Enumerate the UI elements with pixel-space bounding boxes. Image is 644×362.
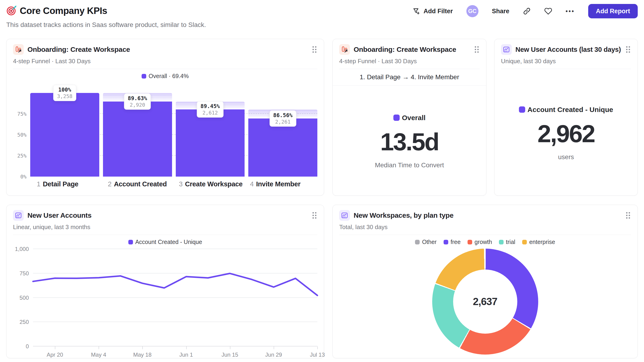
funnel-step-label: 2Account Created xyxy=(108,180,175,188)
funnel-bar-tooltip: 86.56%2,261 xyxy=(270,110,296,127)
legend-label: free xyxy=(450,239,460,245)
line-y-axis: 02505007501,000 xyxy=(13,249,33,347)
legend-swatch xyxy=(519,106,525,113)
funnel-bar-tooltip: 100%3,258 xyxy=(53,85,76,101)
card-onboarding-funnel: Onboarding: Create Workspace 4-step Funn… xyxy=(6,39,324,196)
line-y-tick-label: 0 xyxy=(26,343,29,350)
card-title: New User Accounts xyxy=(28,211,308,219)
donut-hole: 2,637 xyxy=(453,270,517,334)
card-new-workspaces-donut: New Workspaces, by plan type Total, last… xyxy=(332,205,638,358)
funnel-step-label: 3Create Workspace xyxy=(179,180,246,188)
drag-handle-icon[interactable] xyxy=(625,45,631,54)
toolbar: Add Filter GC Share ••• Add Report xyxy=(412,4,638,18)
more-options-button[interactable]: ••• xyxy=(566,8,575,15)
add-filter-button[interactable]: Add Filter xyxy=(412,7,453,15)
card-subtitle: 4-step Funnel · Last 30 Days xyxy=(339,58,480,65)
x-tick-label: Jun 15 xyxy=(222,352,238,358)
legend-label: trial xyxy=(506,239,515,245)
line-y-tick-label: 250 xyxy=(20,319,29,325)
funnel-y-tick-label: 0% xyxy=(20,174,27,180)
funnel-y-tick-label: 25% xyxy=(17,153,26,159)
legend-label: Account Created - Unique xyxy=(135,239,202,245)
page-title: Core Company KPIs xyxy=(20,5,107,16)
card-title: Onboarding: Create Workspace xyxy=(28,45,308,53)
card-header: New User Accounts Linear, unique, last 3… xyxy=(6,205,324,235)
donut-chart[interactable]: 2,637 xyxy=(432,249,538,355)
legend-label: Overall xyxy=(402,114,426,122)
funnel-bar[interactable]: 89.63%2,920 xyxy=(103,93,172,177)
line-y-tick-label: 750 xyxy=(20,270,29,277)
funnel-bar[interactable]: 86.56%2,261 xyxy=(248,93,317,177)
x-tick xyxy=(317,347,318,349)
legend-item-trial[interactable]: trial xyxy=(499,239,515,245)
big-number-caption: Median Time to Convert xyxy=(375,161,444,169)
legend-swatch xyxy=(468,240,472,244)
line-plot[interactable]: Apr 20May 4May 18Jun 1Jun 15Jun 29Jul 13 xyxy=(33,249,317,347)
legend-item[interactable]: Overall · 69.4% xyxy=(142,73,188,79)
x-tick-label: Apr 20 xyxy=(47,352,63,358)
card-title: Onboarding: Create Workspace xyxy=(354,45,470,53)
funnel-step-label: 4Invite Member xyxy=(250,180,317,188)
legend-item: Overall xyxy=(393,114,426,122)
legend-label: Account Created - Unique xyxy=(528,106,613,114)
legend-item[interactable]: Account Created - Unique xyxy=(128,239,202,245)
funnel-bar-tooltip: 89.63%2,920 xyxy=(124,93,151,110)
funnel-bar-tooltip: 89.45%2,612 xyxy=(197,101,224,118)
funnel-y-tick-label: 50% xyxy=(17,132,26,138)
drag-handle-icon[interactable] xyxy=(625,211,631,220)
line-y-tick-label: 500 xyxy=(20,295,29,301)
add-filter-label: Add Filter xyxy=(424,8,453,15)
share-button[interactable]: Share xyxy=(492,8,510,15)
legend-label: growth xyxy=(474,239,492,245)
card-subtitle: Total, last 30 days xyxy=(339,224,631,231)
legend-item: Account Created - Unique xyxy=(519,106,613,114)
legend-swatch xyxy=(142,74,146,78)
legend-swatch xyxy=(522,240,527,244)
funnel-step-labels: 1Detail Page2Account Created3Create Work… xyxy=(37,180,317,188)
x-tick xyxy=(274,347,274,349)
add-report-button[interactable]: Add Report xyxy=(588,4,638,18)
legend-item-growth[interactable]: growth xyxy=(468,239,492,245)
funnel-bar[interactable]: 100%3,258 xyxy=(30,93,99,177)
x-tick-label: Jul 13 xyxy=(310,352,325,358)
line-chart-icon xyxy=(501,44,512,55)
card-header: New Workspaces, by plan type Total, last… xyxy=(333,205,638,235)
funnel-chart-icon xyxy=(13,44,24,55)
donut-legend: Otherfreegrowthtrialenterprise xyxy=(333,239,638,245)
funnel-bar[interactable]: 89.45%2,612 xyxy=(176,93,245,177)
legend-item-enterprise[interactable]: enterprise xyxy=(522,239,555,245)
x-tick-label: May 18 xyxy=(133,352,152,358)
funnel-chart-icon xyxy=(339,44,350,55)
legend-label: Overall · 69.4% xyxy=(148,73,188,79)
legend-label: enterprise xyxy=(529,239,555,245)
donut-center-value: 2,637 xyxy=(473,296,497,307)
big-number-value: 2,962 xyxy=(538,120,594,148)
funnel-y-tick-label: 75% xyxy=(17,111,26,117)
funnel-y-axis: 0%25%50%75% xyxy=(13,93,30,177)
card-header: Onboarding: Create Workspace 4-step Funn… xyxy=(333,39,486,69)
line-chart-icon xyxy=(13,210,24,221)
card-median-time-to-convert: Onboarding: Create Workspace 4-step Funn… xyxy=(332,39,486,196)
x-tick-label: Jun 29 xyxy=(265,352,282,358)
legend-swatch xyxy=(499,240,504,244)
x-tick-label: Jun 1 xyxy=(179,352,193,358)
big-number-caption: users xyxy=(558,153,574,161)
drag-handle-icon[interactable] xyxy=(312,211,317,220)
drag-handle-icon[interactable] xyxy=(312,45,317,54)
card-new-user-accounts-30d: New User Accounts (last 30 days) Unique,… xyxy=(494,39,638,196)
x-tick xyxy=(98,347,99,349)
legend-swatch xyxy=(444,240,448,244)
legend-swatch xyxy=(393,115,400,121)
link-icon[interactable] xyxy=(523,7,531,15)
filter-icon xyxy=(412,7,420,15)
legend-item-other[interactable]: Other xyxy=(415,239,436,245)
avatar[interactable]: GC xyxy=(466,5,478,17)
drag-handle-icon[interactable] xyxy=(474,45,480,54)
legend-swatch xyxy=(415,240,420,244)
page-header: Core Company KPIs This dataset tracks ac… xyxy=(6,5,206,28)
card-title: New Workspaces, by plan type xyxy=(354,211,622,219)
heart-icon[interactable] xyxy=(544,7,552,15)
big-number-value: 13.5d xyxy=(380,128,438,156)
legend-item-free[interactable]: free xyxy=(444,239,460,245)
line-chart-icon xyxy=(339,210,350,221)
